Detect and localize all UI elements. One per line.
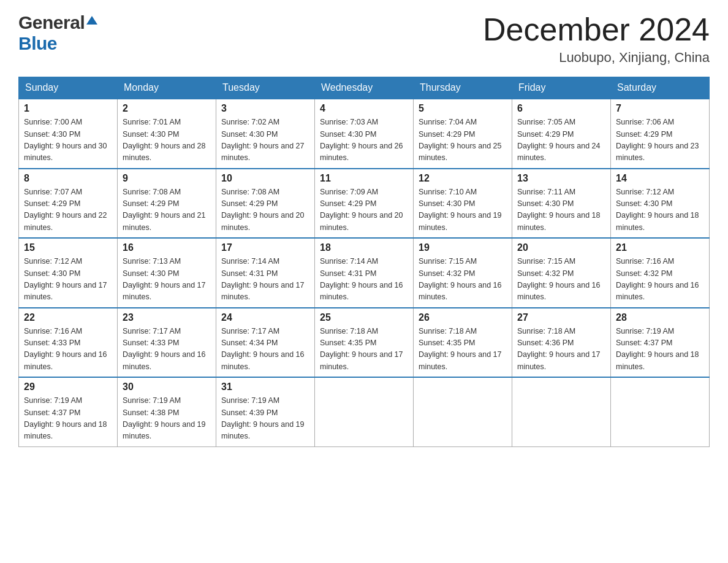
day-info: Sunrise: 7:19 AMSunset: 4:39 PMDaylight:…: [221, 395, 309, 443]
day-number: 19: [419, 242, 507, 253]
day-info: Sunrise: 7:19 AMSunset: 4:37 PMDaylight:…: [616, 326, 704, 373]
day-info: Sunrise: 7:15 AMSunset: 4:32 PMDaylight:…: [517, 256, 605, 304]
calendar-cell: 5Sunrise: 7:04 AMSunset: 4:29 PMDaylight…: [414, 99, 512, 169]
weekday-header-saturday: Saturday: [611, 77, 710, 99]
weekday-header-friday: Friday: [512, 77, 611, 99]
calendar-cell: 12Sunrise: 7:10 AMSunset: 4:30 PMDayligh…: [414, 169, 512, 239]
day-number: 9: [123, 173, 211, 184]
day-number: 4: [320, 103, 408, 114]
calendar-cell: [611, 377, 710, 446]
calendar-cell: 9Sunrise: 7:08 AMSunset: 4:29 PMDaylight…: [118, 169, 216, 239]
calendar-cell: 10Sunrise: 7:08 AMSunset: 4:29 PMDayligh…: [216, 169, 315, 239]
page-header: General Blue December 2024 Luobupo, Xinj…: [18, 12, 710, 66]
calendar-table: SundayMondayTuesdayWednesdayThursdayFrid…: [18, 77, 710, 447]
calendar-cell: 1Sunrise: 7:00 AMSunset: 4:30 PMDaylight…: [19, 99, 118, 169]
day-number: 6: [517, 103, 605, 114]
day-number: 18: [320, 242, 408, 253]
calendar-cell: 17Sunrise: 7:14 AMSunset: 4:31 PMDayligh…: [216, 238, 315, 308]
day-info: Sunrise: 7:17 AMSunset: 4:34 PMDaylight:…: [221, 326, 309, 373]
calendar-cell: 24Sunrise: 7:17 AMSunset: 4:34 PMDayligh…: [216, 308, 315, 378]
calendar-cell: 7Sunrise: 7:06 AMSunset: 4:29 PMDaylight…: [611, 99, 710, 169]
logo-triangle-icon: [86, 15, 97, 28]
title-section: December 2024 Luobupo, Xinjiang, China: [483, 12, 710, 66]
day-number: 23: [123, 312, 211, 323]
calendar-cell: 16Sunrise: 7:13 AMSunset: 4:30 PMDayligh…: [118, 238, 216, 308]
day-info: Sunrise: 7:05 AMSunset: 4:29 PMDaylight:…: [517, 117, 605, 164]
day-info: Sunrise: 7:15 AMSunset: 4:32 PMDaylight:…: [419, 256, 507, 304]
calendar-cell: 29Sunrise: 7:19 AMSunset: 4:37 PMDayligh…: [19, 377, 118, 446]
calendar-cell: 19Sunrise: 7:15 AMSunset: 4:32 PMDayligh…: [414, 238, 512, 308]
logo: General Blue: [18, 12, 97, 54]
calendar-cell: [414, 377, 512, 446]
day-number: 25: [320, 312, 408, 323]
weekday-header-sunday: Sunday: [19, 77, 118, 99]
weekday-header-tuesday: Tuesday: [216, 77, 315, 99]
calendar-cell: 31Sunrise: 7:19 AMSunset: 4:39 PMDayligh…: [216, 377, 315, 446]
week-row-5: 29Sunrise: 7:19 AMSunset: 4:37 PMDayligh…: [19, 377, 710, 446]
calendar-cell: 14Sunrise: 7:12 AMSunset: 4:30 PMDayligh…: [611, 169, 710, 239]
day-number: 1: [24, 103, 112, 114]
day-info: Sunrise: 7:13 AMSunset: 4:30 PMDaylight:…: [123, 256, 211, 304]
day-info: Sunrise: 7:08 AMSunset: 4:29 PMDaylight:…: [123, 186, 211, 234]
day-number: 7: [616, 103, 704, 114]
calendar-cell: 13Sunrise: 7:11 AMSunset: 4:30 PMDayligh…: [512, 169, 611, 239]
day-number: 12: [419, 173, 507, 184]
day-number: 8: [24, 173, 112, 184]
day-number: 2: [123, 103, 211, 114]
calendar-cell: 22Sunrise: 7:16 AMSunset: 4:33 PMDayligh…: [19, 308, 118, 378]
day-number: 17: [221, 242, 309, 253]
calendar-cell: 27Sunrise: 7:18 AMSunset: 4:36 PMDayligh…: [512, 308, 611, 378]
day-info: Sunrise: 7:14 AMSunset: 4:31 PMDaylight:…: [320, 256, 408, 304]
week-row-1: 1Sunrise: 7:00 AMSunset: 4:30 PMDaylight…: [19, 99, 710, 169]
svg-marker-0: [86, 16, 97, 25]
weekday-header-thursday: Thursday: [414, 77, 512, 99]
day-info: Sunrise: 7:12 AMSunset: 4:30 PMDaylight:…: [24, 256, 112, 304]
month-title: December 2024: [483, 12, 710, 47]
day-number: 31: [221, 381, 309, 393]
location-title: Luobupo, Xinjiang, China: [483, 50, 710, 66]
calendar-cell: 26Sunrise: 7:18 AMSunset: 4:35 PMDayligh…: [414, 308, 512, 378]
day-info: Sunrise: 7:18 AMSunset: 4:35 PMDaylight:…: [419, 326, 507, 373]
day-info: Sunrise: 7:16 AMSunset: 4:33 PMDaylight:…: [24, 326, 112, 373]
day-number: 5: [419, 103, 507, 114]
day-number: 24: [221, 312, 309, 323]
day-info: Sunrise: 7:12 AMSunset: 4:30 PMDaylight:…: [616, 186, 704, 234]
day-info: Sunrise: 7:10 AMSunset: 4:30 PMDaylight:…: [419, 186, 507, 234]
day-info: Sunrise: 7:09 AMSunset: 4:29 PMDaylight:…: [320, 186, 408, 234]
day-number: 13: [517, 173, 605, 184]
week-row-3: 15Sunrise: 7:12 AMSunset: 4:30 PMDayligh…: [19, 238, 710, 308]
day-info: Sunrise: 7:08 AMSunset: 4:29 PMDaylight:…: [221, 186, 309, 234]
day-info: Sunrise: 7:04 AMSunset: 4:29 PMDaylight:…: [419, 117, 507, 164]
day-info: Sunrise: 7:03 AMSunset: 4:30 PMDaylight:…: [320, 117, 408, 164]
day-number: 29: [24, 381, 112, 393]
weekday-header-wednesday: Wednesday: [315, 77, 414, 99]
day-info: Sunrise: 7:07 AMSunset: 4:29 PMDaylight:…: [24, 186, 112, 234]
calendar-cell: 21Sunrise: 7:16 AMSunset: 4:32 PMDayligh…: [611, 238, 710, 308]
day-info: Sunrise: 7:00 AMSunset: 4:30 PMDaylight:…: [24, 117, 112, 164]
calendar-cell: 18Sunrise: 7:14 AMSunset: 4:31 PMDayligh…: [315, 238, 414, 308]
day-number: 15: [24, 242, 112, 253]
day-info: Sunrise: 7:01 AMSunset: 4:30 PMDaylight:…: [123, 117, 211, 164]
calendar-cell: 6Sunrise: 7:05 AMSunset: 4:29 PMDaylight…: [512, 99, 611, 169]
day-info: Sunrise: 7:14 AMSunset: 4:31 PMDaylight:…: [221, 256, 309, 304]
week-row-4: 22Sunrise: 7:16 AMSunset: 4:33 PMDayligh…: [19, 308, 710, 378]
day-number: 21: [616, 242, 704, 253]
calendar-cell: 2Sunrise: 7:01 AMSunset: 4:30 PMDaylight…: [118, 99, 216, 169]
calendar-cell: 28Sunrise: 7:19 AMSunset: 4:37 PMDayligh…: [611, 308, 710, 378]
day-info: Sunrise: 7:02 AMSunset: 4:30 PMDaylight:…: [221, 117, 309, 164]
day-number: 27: [517, 312, 605, 323]
day-info: Sunrise: 7:19 AMSunset: 4:38 PMDaylight:…: [123, 395, 211, 443]
weekday-header-row: SundayMondayTuesdayWednesdayThursdayFrid…: [19, 77, 710, 99]
day-info: Sunrise: 7:18 AMSunset: 4:35 PMDaylight:…: [320, 326, 408, 373]
day-number: 20: [517, 242, 605, 253]
day-number: 30: [123, 381, 211, 393]
calendar-cell: 8Sunrise: 7:07 AMSunset: 4:29 PMDaylight…: [19, 169, 118, 239]
day-info: Sunrise: 7:06 AMSunset: 4:29 PMDaylight:…: [616, 117, 704, 164]
calendar-cell: 20Sunrise: 7:15 AMSunset: 4:32 PMDayligh…: [512, 238, 611, 308]
week-row-2: 8Sunrise: 7:07 AMSunset: 4:29 PMDaylight…: [19, 169, 710, 239]
day-info: Sunrise: 7:16 AMSunset: 4:32 PMDaylight:…: [616, 256, 704, 304]
day-number: 3: [221, 103, 309, 114]
calendar-cell: 30Sunrise: 7:19 AMSunset: 4:38 PMDayligh…: [118, 377, 216, 446]
weekday-header-monday: Monday: [118, 77, 216, 99]
day-number: 11: [320, 173, 408, 184]
